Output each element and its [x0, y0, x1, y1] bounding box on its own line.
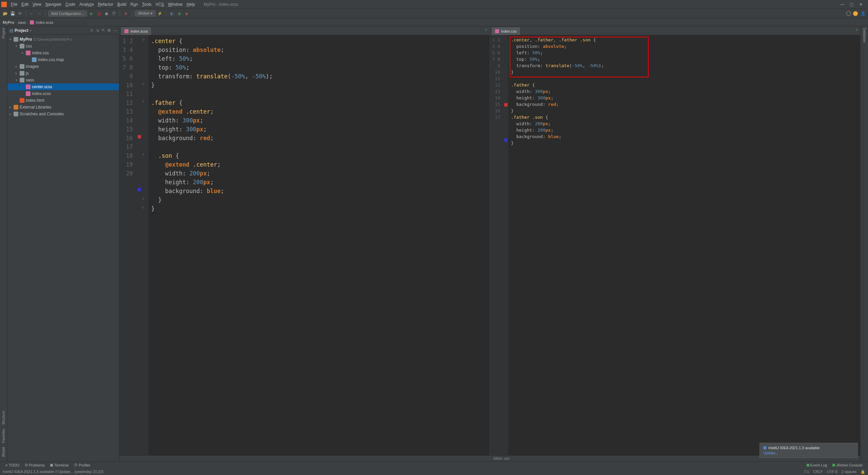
- tool-icon-2[interactable]: ◉: [176, 11, 182, 17]
- menu-analyze[interactable]: Analyze: [77, 2, 96, 7]
- tree-sass[interactable]: ▾sass: [7, 77, 119, 83]
- tree-root[interactable]: ▾ MyProD:\Develop\Web\MyPro: [7, 36, 119, 43]
- right-editor-pane: index.css ✔ 1 2 3 4 5 6 7 8 9 10 11 12 1…: [490, 26, 861, 461]
- profile-icon[interactable]: ⏱: [111, 11, 117, 17]
- project-dropdown-icon[interactable]: ▾: [30, 29, 32, 32]
- right-code[interactable]: .center, .father, .father .son { positio…: [508, 35, 860, 455]
- open-icon[interactable]: 📂: [2, 11, 8, 17]
- minimize-icon[interactable]: —: [840, 2, 845, 7]
- tree-scratches[interactable]: ▸Scratches and Consoles: [7, 111, 119, 117]
- collapse-icon[interactable]: ⇱: [102, 28, 105, 33]
- color-marker-red-2[interactable]: [504, 103, 508, 107]
- tool-structure[interactable]: Structure: [2, 411, 5, 425]
- tree-index-html[interactable]: index.html: [7, 97, 119, 104]
- info-icon: [763, 446, 767, 450]
- forward-icon[interactable]: →: [36, 11, 42, 17]
- tree-js[interactable]: ▸js: [7, 70, 119, 77]
- tool-problems[interactable]: ⊘ Problems: [22, 463, 47, 467]
- back-icon[interactable]: ←: [29, 11, 35, 17]
- menu-file[interactable]: File: [9, 2, 19, 7]
- menu-view[interactable]: View: [31, 2, 43, 7]
- tool-jrebel[interactable]: JRebel: [2, 447, 5, 457]
- tool-database[interactable]: Database: [863, 28, 866, 42]
- tool-event-log[interactable]: Event Log: [804, 463, 830, 467]
- settings-icon[interactable]: ✿: [107, 28, 111, 33]
- run-config-dropdown[interactable]: Add Configuration...: [48, 11, 87, 17]
- status-lock-icon[interactable]: 🔒: [861, 470, 865, 474]
- search-icon[interactable]: [846, 11, 851, 16]
- refresh-icon[interactable]: ⟳: [17, 11, 23, 17]
- tool-icon-1[interactable]: ◐: [169, 11, 175, 17]
- left-fold-col[interactable]: ⊖ ⊏ ⊖ ⊖ ⊏ ⊏: [142, 35, 149, 455]
- debug-icon[interactable]: 🐞: [96, 11, 102, 17]
- color-marker-red[interactable]: [138, 135, 141, 138]
- tool-project[interactable]: Project: [2, 28, 5, 38]
- left-code-area[interactable]: 1 2 3 4 5 6 7 8 9 10 11 12 13 14 15 16 1…: [119, 35, 490, 455]
- expand-icon[interactable]: ⇲: [96, 28, 99, 33]
- crumb-folder[interactable]: sass: [18, 20, 26, 24]
- tool-jrebel-console[interactable]: JRebel Console: [830, 463, 865, 467]
- tool-todo[interactable]: ≡ TODO: [3, 463, 22, 467]
- menu-window[interactable]: Window: [166, 2, 184, 7]
- jrebel-run-icon[interactable]: ⚡: [157, 11, 163, 17]
- right-line-numbers: 1 2 3 4 5 6 7 8 9 10 11 12 13 14 15 16 1…: [490, 35, 504, 455]
- tool-favorites[interactable]: Favorites: [2, 429, 5, 443]
- tool-window-bar: ≡ TODO ⊘ Problems ▣ Terminal ⏱ Profiler …: [0, 461, 868, 468]
- title-bar: File Edit View Navigate Code Analyze Ref…: [0, 0, 868, 9]
- project-tree[interactable]: ▾ MyProD:\Develop\Web\MyPro ▾css ▾index.…: [7, 35, 119, 119]
- tree-center-scss[interactable]: center.scss: [7, 83, 119, 90]
- menu-edit[interactable]: Edit: [19, 2, 31, 7]
- tab-index-scss[interactable]: index.scss: [121, 27, 152, 35]
- tree-index-css-map[interactable]: index.css.map: [7, 56, 119, 63]
- tree-images[interactable]: ▸images: [7, 63, 119, 70]
- menu-refactor[interactable]: Refactor: [96, 2, 115, 7]
- user-icon[interactable]: 👤: [860, 11, 866, 17]
- indent[interactable]: 2 spaces: [842, 470, 856, 474]
- menu-help[interactable]: Help: [184, 2, 197, 7]
- tree-index-css[interactable]: ▾index.css: [7, 50, 119, 56]
- update-notification[interactable]: IntelliJ IDEA 2021.1.3 available Update.…: [760, 443, 858, 458]
- stop-icon[interactable]: ■: [123, 11, 129, 17]
- window-title: MyPro - index.scss: [204, 2, 238, 7]
- menu-tools[interactable]: Tools: [140, 2, 154, 7]
- tree-css[interactable]: ▾css: [7, 43, 119, 50]
- menu-code[interactable]: Code: [63, 2, 77, 7]
- menu-navigate[interactable]: Navigate: [43, 2, 63, 7]
- left-breadcrumb-bar: [119, 455, 490, 461]
- encoding[interactable]: UTF-8: [827, 470, 837, 474]
- jrebel-dropdown[interactable]: JRebel ▾: [135, 10, 155, 17]
- menu-run[interactable]: Run: [129, 2, 140, 7]
- menu-vcs[interactable]: VCS: [154, 2, 166, 7]
- caret-pos[interactable]: 7:1: [804, 470, 809, 474]
- crumb-project[interactable]: MyPro: [3, 20, 14, 24]
- right-tool-gutter: Database: [861, 26, 868, 461]
- color-marker-blue-2[interactable]: [504, 138, 508, 142]
- project-label[interactable]: Project: [15, 28, 28, 33]
- hide-icon[interactable]: —: [113, 28, 117, 33]
- line-sep[interactable]: CRLF: [813, 470, 823, 474]
- save-icon[interactable]: 💾: [9, 11, 16, 17]
- ide-update-icon[interactable]: [853, 11, 858, 16]
- right-code-area[interactable]: 1 2 3 4 5 6 7 8 9 10 11 12 13 14 15 16 1…: [490, 35, 860, 455]
- tree-index-scss[interactable]: index.scss: [7, 90, 119, 97]
- maximize-icon[interactable]: ▢: [850, 2, 854, 7]
- status-msg[interactable]: IntelliJ IDEA 2021.1.3 available // Upda…: [3, 470, 103, 474]
- tool-icon-3[interactable]: ◈: [184, 11, 190, 17]
- color-marker-blue[interactable]: [138, 188, 141, 191]
- inspection-ok-icon[interactable]: ✔: [485, 28, 488, 32]
- run-icon[interactable]: ▶: [88, 11, 95, 17]
- crumb-file[interactable]: index.scss: [36, 20, 53, 24]
- menu-build[interactable]: Build: [115, 2, 129, 7]
- tool-profiler[interactable]: ⏱ Profiler: [71, 463, 93, 467]
- left-code[interactable]: .center { position: absolute; left: 50%;…: [149, 35, 490, 455]
- tool-terminal[interactable]: ▣ Terminal: [47, 463, 71, 467]
- inspection-ok-icon-2[interactable]: ✔: [855, 28, 858, 32]
- locate-icon[interactable]: ⊙: [90, 28, 93, 33]
- coverage-icon[interactable]: ◉: [103, 11, 110, 17]
- nav-breadcrumb: MyPro › sass › index.scss: [0, 18, 868, 26]
- tab-index-css[interactable]: index.css: [491, 27, 520, 35]
- project-view-icon: ▤: [9, 28, 13, 33]
- update-link[interactable]: Update...: [763, 451, 854, 455]
- tree-ext-libs[interactable]: ▸External Libraries: [7, 104, 119, 111]
- close-icon[interactable]: ✕: [859, 2, 864, 7]
